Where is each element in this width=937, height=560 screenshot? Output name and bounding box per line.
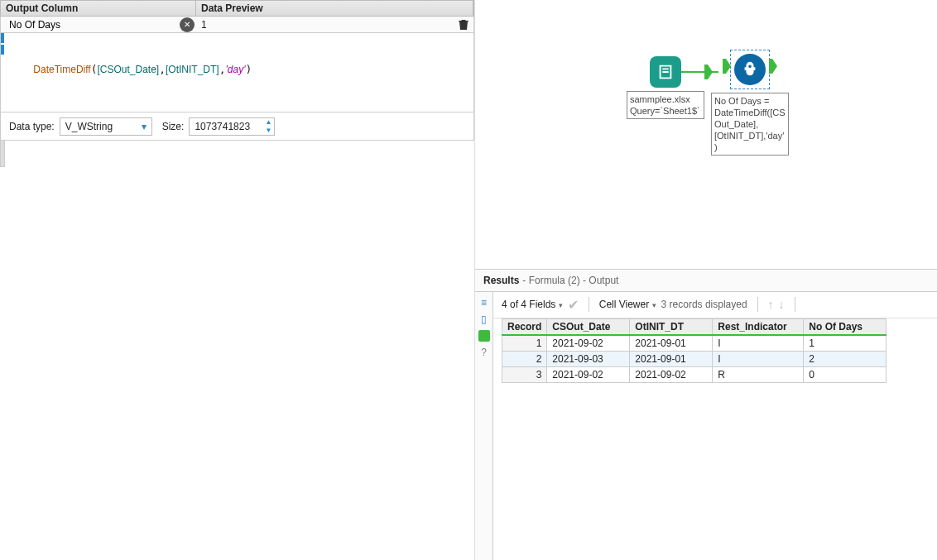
input-data-tool[interactable]: sammplee.xlsx Query=`Sheet1$` xyxy=(627,56,704,119)
check-icon[interactable]: ✔ xyxy=(568,297,579,313)
input-tool-icon xyxy=(650,56,681,88)
datatype-label: Data type: xyxy=(4,121,55,132)
formula-tool-icon xyxy=(734,54,766,85)
results-main: 4 of 4 Fields ▾ ✔ Cell Viewer ▾ 3 record… xyxy=(493,292,937,561)
table-row[interactable]: 2 2021-09-03 2021-09-01 I 2 xyxy=(502,351,887,366)
header-data-preview: Data Preview xyxy=(196,1,473,16)
results-title: Results xyxy=(483,275,519,286)
table-row[interactable]: 1 2021-09-02 2021-09-01 I 1 xyxy=(502,335,887,352)
output-anchor[interactable] xyxy=(769,59,777,74)
output-column-input[interactable] xyxy=(1,17,180,32)
datatype-select[interactable]: V_WString ▾ xyxy=(60,117,152,136)
fields-dropdown[interactable]: 4 of 4 Fields ▾ xyxy=(502,299,563,310)
formula-arg1: [CSOut_Date] xyxy=(98,64,160,75)
formula-editor[interactable]: DateTimeDiff([CSOut_Date],[OtINIT_DT],'d… xyxy=(0,33,474,112)
col-days[interactable]: No Of Days xyxy=(804,318,887,335)
results-toolbar: 4 of 4 Fields ▾ ✔ Cell Viewer ▾ 3 record… xyxy=(493,292,937,318)
input-anchor[interactable] xyxy=(723,59,731,74)
delete-expression-icon[interactable] xyxy=(457,18,470,31)
add-expression-handle[interactable] xyxy=(0,141,5,167)
config-header: Output Column Data Preview xyxy=(0,0,474,17)
datatype-value: V_WString xyxy=(65,121,113,132)
col-record[interactable]: Record xyxy=(502,318,547,335)
formula-fn: DateTimeDiff xyxy=(33,64,90,75)
list-view-icon[interactable]: ≡ xyxy=(478,297,490,309)
detail-view-icon[interactable]: ▯ xyxy=(478,314,490,325)
field-row: ✕ 1 xyxy=(0,17,474,33)
size-value: 1073741823 xyxy=(195,121,250,132)
size-input[interactable]: 1073741823 ▲ ▼ xyxy=(189,117,275,136)
header-output-column: Output Column xyxy=(1,1,196,16)
size-down-icon[interactable]: ▼ xyxy=(262,127,274,135)
cell-viewer-dropdown[interactable]: Cell Viewer ▾ xyxy=(599,299,656,310)
right-pane: sammplee.xlsx Query=`Sheet1$` No Of Days… xyxy=(475,0,937,560)
chevron-down-icon: ▾ xyxy=(142,121,147,132)
col-otinit[interactable]: OtINIT_DT xyxy=(630,318,713,335)
output-anchor-icon[interactable] xyxy=(478,330,490,342)
workflow-canvas[interactable]: sammplee.xlsx Query=`Sheet1$` No Of Days… xyxy=(475,0,937,269)
size-label: Size: xyxy=(157,121,185,132)
col-csout[interactable]: CSOut_Date xyxy=(547,318,630,335)
table-row[interactable]: 3 2021-09-02 2021-09-02 R 0 xyxy=(502,366,887,382)
results-header: Results - Formula (2) - Output xyxy=(475,269,937,292)
help-icon[interactable]: ? xyxy=(478,347,490,358)
formula-tool[interactable]: No Of Days = DateTimeDiff([CSOut_Date],[… xyxy=(711,50,789,156)
datatype-row: Data type: V_WString ▾ Size: 1073741823 … xyxy=(0,112,474,141)
results-body: ≡ ▯ ? 4 of 4 Fields ▾ ✔ Cell Viewer ▾ 3 … xyxy=(475,292,937,561)
formula-config-panel: Output Column Data Preview ✕ 1 DateTimeD… xyxy=(0,0,475,560)
size-up-icon[interactable]: ▲ xyxy=(262,118,274,127)
formula-tool-caption: No Of Days = DateTimeDiff([CSOut_Date],[… xyxy=(711,93,789,156)
formula-arg2: [OtINIT_DT] xyxy=(166,64,219,75)
formula-arg3: 'day' xyxy=(226,64,246,75)
go-down-icon[interactable]: ↓ xyxy=(779,298,785,311)
preview-value: 1 xyxy=(195,17,457,32)
input-tool-caption: sammplee.xlsx Query=`Sheet1$` xyxy=(627,91,704,119)
go-up-icon[interactable]: ↑ xyxy=(768,298,774,311)
clear-field-icon[interactable]: ✕ xyxy=(180,17,195,32)
col-rest[interactable]: Rest_Indicator xyxy=(713,318,804,335)
records-displayed: 3 records displayed xyxy=(661,299,747,310)
results-sidebar: ≡ ▯ ? xyxy=(475,292,493,561)
results-subtitle: - Formula (2) - Output xyxy=(522,275,618,286)
results-table: Record CSOut_Date OtINIT_DT Rest_Indicat… xyxy=(502,318,887,383)
